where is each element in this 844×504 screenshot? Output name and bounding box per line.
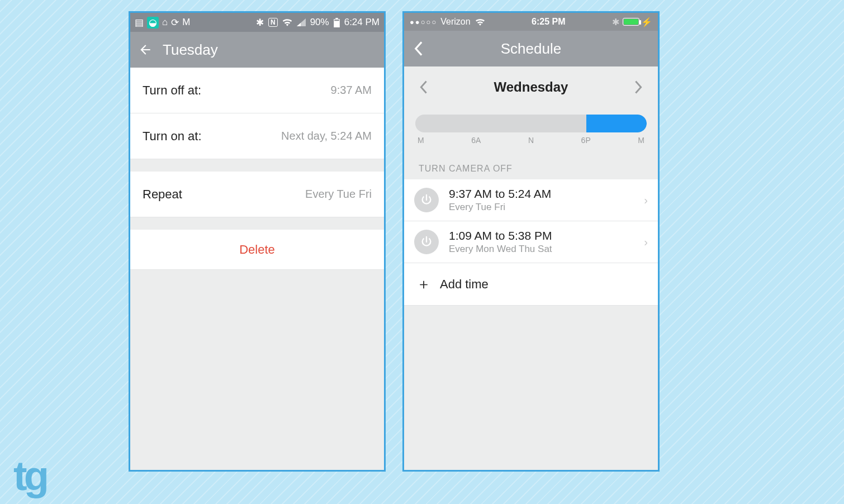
prev-day-button[interactable] bbox=[420, 80, 428, 94]
power-icon bbox=[414, 188, 439, 212]
signal-dots-icon: ●●○○○ bbox=[410, 18, 437, 26]
carrier-text: Verizon bbox=[440, 17, 470, 27]
turn-off-row[interactable]: Turn off at: 9:37 AM bbox=[130, 68, 384, 113]
power-icon bbox=[414, 230, 439, 254]
schedule-days: Every Mon Wed Thu Sat bbox=[449, 244, 552, 255]
tick-m2: M bbox=[638, 136, 644, 145]
sync-icon: ⟳ bbox=[171, 17, 179, 28]
schedule-item[interactable]: 9:37 AM to 5:24 AM Every Tue Fri › bbox=[404, 179, 658, 221]
timeline-active-segment bbox=[586, 115, 647, 132]
day-selector: Wednesday bbox=[404, 66, 658, 108]
bluetooth-icon: ✱ bbox=[256, 17, 264, 28]
tick-6a: 6A bbox=[471, 136, 481, 145]
nfc-icon: N bbox=[268, 18, 278, 27]
repeat-value: Every Tue Fri bbox=[305, 188, 372, 201]
next-day-button[interactable] bbox=[634, 80, 642, 94]
home-icon: ⌂ bbox=[162, 17, 168, 28]
bluetooth-icon: ✱ bbox=[612, 17, 619, 27]
add-time-button[interactable]: ＋ Add time bbox=[404, 263, 658, 306]
section-gap bbox=[130, 217, 384, 230]
signal-icon bbox=[297, 18, 306, 26]
charging-icon: ⚡ bbox=[641, 17, 652, 27]
turn-on-label: Turn on at: bbox=[143, 129, 202, 144]
turn-on-row[interactable]: Turn on at: Next day, 5:24 AM bbox=[130, 113, 384, 159]
android-status-bar: ▤ ◒ ⌂ ⟳ M ✱ N 90% 6:24 PM bbox=[130, 13, 384, 32]
back-chevron-icon[interactable] bbox=[414, 41, 423, 56]
repeat-row[interactable]: Repeat Every Tue Fri bbox=[130, 172, 384, 217]
battery-percent: 90% bbox=[310, 17, 329, 28]
ios-phone: ●●○○○ Verizon 6:25 PM ✱ ⚡ Schedule Wedne… bbox=[402, 11, 660, 472]
delete-button[interactable]: Delete bbox=[130, 230, 384, 270]
timeline: M 6A N 6P M bbox=[404, 108, 658, 148]
wifi-icon bbox=[475, 18, 485, 26]
current-day: Wednesday bbox=[428, 79, 634, 95]
tg-logo: tg bbox=[13, 452, 46, 500]
app-icon: ◒ bbox=[147, 17, 159, 28]
turn-on-value: Next day, 5:24 AM bbox=[281, 130, 372, 142]
schedule-days: Every Tue Fri bbox=[449, 202, 551, 213]
ios-status-bar: ●●○○○ Verizon 6:25 PM ✱ ⚡ bbox=[404, 13, 658, 31]
back-arrow-icon[interactable] bbox=[138, 42, 153, 57]
battery-icon bbox=[334, 18, 340, 27]
chevron-right-icon: › bbox=[644, 194, 648, 207]
mail-icon: M bbox=[182, 17, 190, 28]
tick-6p: 6P bbox=[581, 136, 591, 145]
turn-off-value: 9:37 AM bbox=[331, 84, 372, 97]
timeline-ticks: M 6A N 6P M bbox=[415, 132, 647, 145]
timeline-bar[interactable] bbox=[415, 115, 647, 132]
tick-m1: M bbox=[418, 136, 424, 145]
android-phone: ▤ ◒ ⌂ ⟳ M ✱ N 90% 6:24 PM bbox=[129, 11, 386, 472]
svg-rect-1 bbox=[335, 18, 338, 19]
section-gap bbox=[130, 159, 384, 172]
screenshot-icon: ▤ bbox=[135, 17, 144, 28]
android-header: Tuesday bbox=[130, 32, 384, 68]
tick-n: N bbox=[528, 136, 534, 145]
schedule-range: 1:09 AM to 5:38 PM bbox=[449, 229, 552, 243]
schedule-item[interactable]: 1:09 AM to 5:38 PM Every Mon Wed Thu Sat… bbox=[404, 221, 658, 263]
delete-label: Delete bbox=[239, 243, 275, 257]
chevron-right-icon: › bbox=[644, 236, 648, 249]
clock-text: 6:24 PM bbox=[344, 17, 380, 28]
nav-title: Schedule bbox=[423, 40, 639, 58]
turn-off-label: Turn off at: bbox=[143, 83, 201, 98]
schedule-range: 9:37 AM to 5:24 AM bbox=[449, 187, 551, 201]
ios-nav-bar: Schedule bbox=[404, 31, 658, 66]
repeat-label: Repeat bbox=[143, 187, 182, 202]
svg-rect-2 bbox=[334, 20, 339, 21]
battery-icon bbox=[623, 18, 639, 26]
page-title: Tuesday bbox=[163, 41, 218, 59]
plus-icon: ＋ bbox=[416, 274, 431, 294]
add-time-label: Add time bbox=[440, 277, 489, 292]
section-header: TURN CAMERA OFF bbox=[404, 148, 658, 179]
clock-text: 6:25 PM bbox=[485, 17, 612, 27]
wifi-icon bbox=[282, 18, 292, 26]
